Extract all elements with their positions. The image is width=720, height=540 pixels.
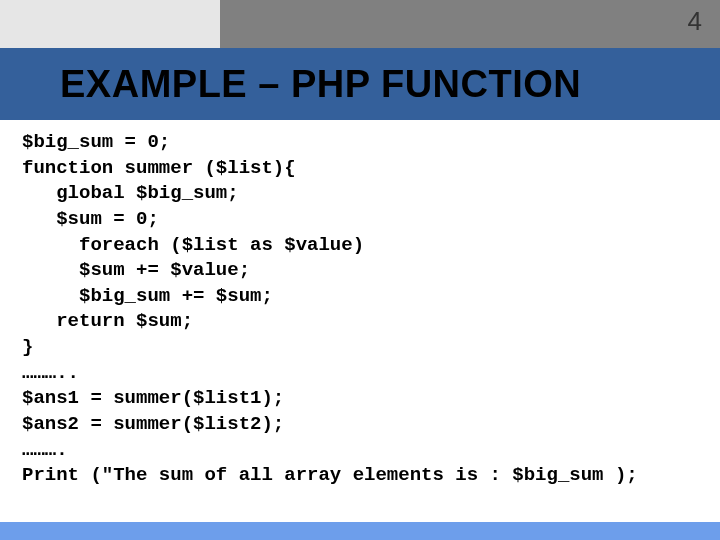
bottom-bar: [0, 522, 720, 540]
top-bar-light: [0, 0, 220, 48]
code-block: $big_sum = 0; function summer ($list){ g…: [22, 130, 698, 489]
top-bar-dark: [220, 0, 720, 48]
top-bar: [0, 0, 720, 48]
page-number: 4: [688, 6, 702, 37]
slide-title: EXAMPLE – PHP FUNCTION: [60, 63, 581, 106]
slide: 4 EXAMPLE – PHP FUNCTION $big_sum = 0; f…: [0, 0, 720, 540]
title-band: EXAMPLE – PHP FUNCTION: [0, 48, 720, 120]
